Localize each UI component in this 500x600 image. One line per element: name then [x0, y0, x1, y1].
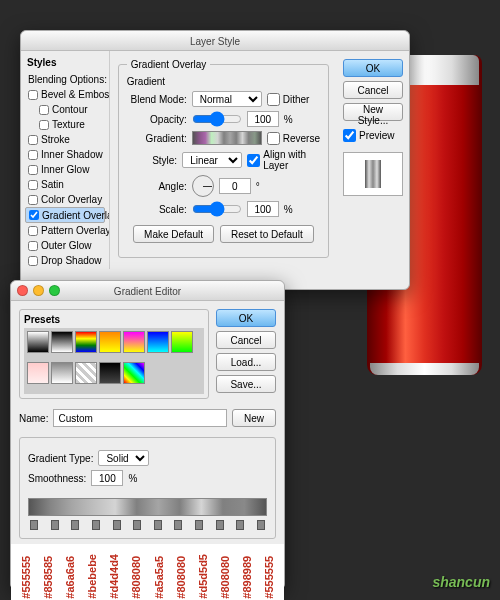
checkbox[interactable] — [28, 180, 38, 190]
preset-swatch[interactable] — [27, 362, 49, 384]
angle-input[interactable] — [219, 178, 251, 194]
preset-swatch[interactable] — [99, 362, 121, 384]
checkbox[interactable] — [29, 210, 39, 220]
opt-outer-glow[interactable]: Outer Glow — [25, 238, 105, 253]
stop-handle[interactable] — [236, 520, 244, 530]
hex-value: #d4d4d4 — [108, 554, 120, 599]
preset-swatch[interactable] — [171, 331, 193, 353]
stop-handle[interactable] — [71, 520, 79, 530]
reset-default-button[interactable]: Reset to Default — [220, 225, 314, 243]
gradient-editor-dialog: Gradient Editor Presets OK Cancel — [10, 280, 285, 590]
hex-value: #a5a5a5 — [153, 554, 165, 599]
close-icon[interactable] — [17, 285, 28, 296]
blending-options[interactable]: Blending Options: Default — [25, 72, 105, 87]
zoom-icon[interactable] — [49, 285, 60, 296]
stop-handle[interactable] — [216, 520, 224, 530]
stop-handle[interactable] — [195, 520, 203, 530]
minimize-icon[interactable] — [33, 285, 44, 296]
preset-swatch[interactable] — [27, 331, 49, 353]
opt-drop-shadow[interactable]: Drop Shadow — [25, 253, 105, 268]
opacity-input[interactable] — [247, 111, 279, 127]
settings-panel: Gradient Overlay Gradient Blend Mode: No… — [110, 51, 337, 269]
cancel-button[interactable]: Cancel — [343, 81, 403, 99]
opt-gradient-overlay[interactable]: Gradient Overlay — [25, 207, 105, 223]
opt-satin[interactable]: Satin — [25, 177, 105, 192]
preview-checkbox[interactable] — [343, 129, 356, 142]
scale-label: Scale: — [127, 204, 187, 215]
stop-handle[interactable] — [30, 520, 38, 530]
ge-buttons: OK Cancel Load... Save... — [216, 309, 276, 393]
opt-contour[interactable]: Contour — [25, 102, 105, 117]
opt-inner-shadow[interactable]: Inner Shadow — [25, 147, 105, 162]
scale-slider[interactable] — [192, 201, 242, 217]
preset-swatch[interactable] — [99, 331, 121, 353]
dither-checkbox[interactable] — [267, 93, 280, 106]
checkbox[interactable] — [39, 105, 49, 115]
stop-handle[interactable] — [51, 520, 59, 530]
checkbox[interactable] — [28, 195, 38, 205]
presets-panel: Presets — [19, 309, 209, 399]
preset-swatch[interactable] — [123, 362, 145, 384]
opacity-slider[interactable] — [192, 111, 242, 127]
stop-handle[interactable] — [154, 520, 162, 530]
preset-swatch[interactable] — [51, 331, 73, 353]
preset-swatch[interactable] — [75, 331, 97, 353]
hex-value: #808080 — [175, 554, 187, 599]
ok-button[interactable]: OK — [216, 309, 276, 327]
hex-value: #898989 — [241, 554, 253, 599]
preset-swatch[interactable] — [123, 331, 145, 353]
preset-grid — [24, 328, 204, 394]
name-input[interactable] — [53, 409, 227, 427]
reverse-checkbox[interactable] — [267, 132, 280, 145]
hex-value: #858585 — [42, 554, 54, 599]
hex-value: #808080 — [219, 554, 231, 599]
window-controls — [17, 285, 60, 296]
smoothness-label: Smoothness: — [28, 473, 86, 484]
opt-pattern-overlay[interactable]: Pattern Overlay — [25, 223, 105, 238]
checkbox[interactable] — [28, 241, 38, 251]
checkbox[interactable] — [28, 165, 38, 175]
checkbox[interactable] — [28, 90, 38, 100]
hex-values: #555555 #858585 #a6a6a6 #bebebe #d4d4d4 … — [11, 544, 284, 600]
hex-value: #a6a6a6 — [64, 554, 76, 599]
load-button[interactable]: Load... — [216, 353, 276, 371]
preset-swatch[interactable] — [75, 362, 97, 384]
opt-bevel[interactable]: Bevel & Emboss — [25, 87, 105, 102]
preset-swatch[interactable] — [51, 362, 73, 384]
stop-handle[interactable] — [174, 520, 182, 530]
new-button[interactable]: New — [232, 409, 276, 427]
gradient-bar[interactable] — [28, 498, 267, 516]
smoothness-input[interactable] — [91, 470, 123, 486]
cancel-button[interactable]: Cancel — [216, 331, 276, 349]
blend-mode-select[interactable]: Normal — [192, 91, 262, 107]
save-button[interactable]: Save... — [216, 375, 276, 393]
scale-input[interactable] — [247, 201, 279, 217]
opt-texture[interactable]: Texture — [25, 117, 105, 132]
style-select[interactable]: Linear — [182, 152, 242, 168]
presets-label: Presets — [24, 314, 204, 325]
preset-swatch[interactable] — [147, 331, 169, 353]
align-checkbox[interactable] — [247, 154, 260, 167]
type-select[interactable]: Solid — [98, 450, 149, 466]
checkbox[interactable] — [28, 135, 38, 145]
make-default-button[interactable]: Make Default — [133, 225, 214, 243]
checkbox[interactable] — [28, 256, 38, 266]
checkbox[interactable] — [28, 150, 38, 160]
angle-dial[interactable] — [192, 175, 214, 197]
gradient-picker[interactable] — [192, 131, 262, 145]
checkbox[interactable] — [39, 120, 49, 130]
hex-value: #808080 — [130, 554, 142, 599]
opt-stroke[interactable]: Stroke — [25, 132, 105, 147]
new-style-button[interactable]: New Style... — [343, 103, 403, 121]
opt-color-overlay[interactable]: Color Overlay — [25, 192, 105, 207]
stop-handle[interactable] — [257, 520, 265, 530]
action-buttons: OK Cancel New Style... Preview — [337, 51, 409, 269]
ok-button[interactable]: OK — [343, 59, 403, 77]
stop-handle[interactable] — [92, 520, 100, 530]
opt-inner-glow[interactable]: Inner Glow — [25, 162, 105, 177]
stop-handle[interactable] — [133, 520, 141, 530]
checkbox[interactable] — [28, 226, 38, 236]
stop-handle[interactable] — [113, 520, 121, 530]
dialog-title: Gradient Editor — [114, 286, 181, 297]
style-label: Style: — [127, 155, 177, 166]
